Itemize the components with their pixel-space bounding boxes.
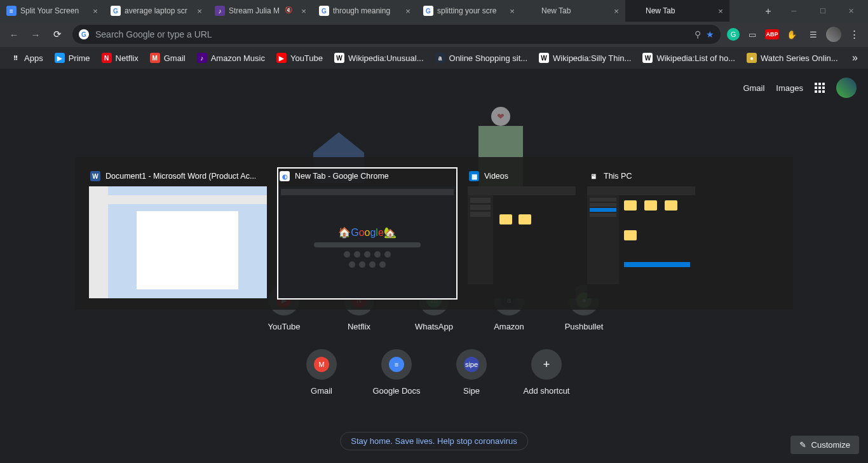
bookmark-item[interactable]: ♪Amazon Music <box>192 50 270 66</box>
bookmark-label: Gmail <box>164 53 186 63</box>
shortcut-label: Amazon <box>494 322 524 331</box>
bookmark-icon: ● <box>747 53 757 63</box>
alt-tab-overlay: WDocument1 - Microsoft Word (Product Ac.… <box>75 157 793 310</box>
account-avatar[interactable] <box>836 78 857 98</box>
images-link[interactable]: Images <box>776 83 803 93</box>
menu-button[interactable]: ⋮ <box>845 25 863 43</box>
grammarly-extension-icon[interactable]: G <box>727 28 740 41</box>
bookmark-icon: N <box>102 53 112 63</box>
shortcut-label: Netflix <box>348 322 370 331</box>
abp-extension-icon[interactable]: ABP <box>765 29 779 39</box>
bookmark-icon: ▶ <box>55 53 65 63</box>
shortcut-icon: sipe <box>456 349 487 380</box>
tab-favicon <box>632 6 642 16</box>
close-tab-button[interactable]: × <box>715 6 726 16</box>
reading-list-icon[interactable]: ☰ <box>804 25 822 43</box>
extension-icon[interactable]: ✋ <box>783 25 801 43</box>
close-window-button[interactable]: ✕ <box>837 1 865 20</box>
tab-favicon: G <box>111 6 121 16</box>
alttab-thumbnail <box>587 186 695 298</box>
bookmark-icon: W <box>642 53 653 63</box>
shortcut-label: Gmail <box>311 386 332 396</box>
browser-tabs: ≡Split Your Screen×Gaverage laptop scr×♪… <box>0 0 757 22</box>
bookmark-icon: W <box>539 53 549 63</box>
bookmark-icon: ♪ <box>197 53 207 63</box>
shortcut-icon: M <box>306 349 337 380</box>
bookmark-item[interactable]: ▶Prime <box>50 50 95 66</box>
shortcut-icon: ≡ <box>381 349 412 380</box>
forward-button[interactable]: → <box>27 25 44 43</box>
bookmark-label: Online Shopping sit... <box>449 53 528 63</box>
close-tab-button[interactable]: × <box>90 6 100 16</box>
browser-tab[interactable]: Gthrough meaning× <box>313 0 417 22</box>
omnibox[interactable]: G Search Google or type a URL ⚲ ★ <box>72 25 721 44</box>
search-icon[interactable]: ⚲ <box>695 29 701 39</box>
profile-avatar[interactable] <box>826 27 841 42</box>
bookmark-item[interactable]: aOnline Shopping sit... <box>430 50 533 66</box>
customize-button[interactable]: ✎ Customize <box>790 436 859 454</box>
close-tab-button[interactable]: × <box>194 6 205 16</box>
omnibox-placeholder: Search Google or type a URL <box>95 29 695 39</box>
bookmark-item[interactable]: MGmail <box>145 50 191 66</box>
bookmark-item[interactable]: ●Watch Series Onlin... <box>742 50 843 66</box>
bookmark-star-icon[interactable]: ★ <box>706 29 714 39</box>
ntp-shortcut[interactable]: ≡Google Docs <box>369 349 424 396</box>
google-apps-icon[interactable] <box>815 83 825 93</box>
bookmark-item[interactable]: ⠿Apps <box>5 50 48 66</box>
tab-title: New Tab <box>646 6 713 15</box>
alttab-window[interactable]: ◐New Tab - Google Chrome🏠Google🏡 <box>278 169 456 298</box>
bookmark-icon: M <box>150 53 160 63</box>
shortcut-label: Add shortcut <box>524 386 570 396</box>
shortcut-icon: + <box>531 349 562 380</box>
ntp-shortcut[interactable]: sipeSipe <box>444 349 499 396</box>
ntp-shortcut[interactable]: MGmail <box>294 349 349 396</box>
audio-muted-icon[interactable]: 🔇 <box>285 6 294 15</box>
alttab-window[interactable]: WDocument1 - Microsoft Word (Product Ac.… <box>89 169 267 298</box>
bookmark-item[interactable]: ▶YouTube <box>271 50 328 66</box>
google-icon: G <box>79 29 89 39</box>
close-tab-button[interactable]: × <box>403 6 413 16</box>
bookmark-label: YouTube <box>290 53 323 63</box>
bookmark-label: Apps <box>24 53 43 63</box>
browser-tab[interactable]: New Tab× <box>521 0 625 22</box>
bookmark-item[interactable]: WWikipedia:Silly Thin... <box>534 50 636 66</box>
bookmark-icon: ▶ <box>276 53 287 63</box>
maximize-button[interactable]: ☐ <box>808 1 837 20</box>
browser-tab[interactable]: ♪Stream Julia M🔇× <box>208 0 313 22</box>
reader-extension-icon[interactable]: ▭ <box>743 25 761 43</box>
tab-favicon: G <box>423 6 433 16</box>
bookmarks-bar: ⠿Apps▶PrimeNNetflixMGmail♪Amazon Music▶Y… <box>0 47 868 69</box>
ntp-shortcut[interactable]: +Add shortcut <box>519 349 574 396</box>
alttab-window-title: Videos <box>484 172 508 181</box>
reload-button[interactable]: ⟳ <box>48 25 66 43</box>
alttab-window-header: ◐New Tab - Google Chrome <box>278 169 456 186</box>
close-tab-button[interactable]: × <box>299 6 309 16</box>
new-tab-button[interactable]: + <box>759 3 777 20</box>
back-button[interactable]: ← <box>5 25 23 43</box>
close-tab-button[interactable]: × <box>611 6 621 16</box>
bookmark-icon: ⠿ <box>10 53 20 63</box>
browser-tab[interactable]: Gsplitting your scre× <box>417 0 521 22</box>
browser-toolbar: ← → ⟳ G Search Google or type a URL ⚲ ★ … <box>0 22 868 47</box>
bookmarks-overflow-button[interactable]: » <box>847 50 863 66</box>
alttab-window-icon: 🖥 <box>588 171 599 181</box>
close-tab-button[interactable]: × <box>507 6 517 16</box>
gmail-link[interactable]: Gmail <box>743 83 764 93</box>
tab-title: average laptop scr <box>125 6 192 15</box>
browser-tab[interactable]: Gaverage laptop scr× <box>104 0 208 22</box>
alttab-window-header: ▦Videos <box>468 169 576 186</box>
bookmark-icon: W <box>334 53 344 63</box>
bookmark-item[interactable]: NNetflix <box>97 50 144 66</box>
alttab-thumbnail: 🏠Google🏡 <box>278 186 456 298</box>
minimize-button[interactable]: ─ <box>780 1 808 20</box>
alttab-window[interactable]: ▦Videos <box>468 169 576 298</box>
shortcut-label: YouTube <box>268 322 300 331</box>
bookmark-item[interactable]: WWikipedia:Unusual... <box>329 50 429 66</box>
bookmark-item[interactable]: WWikipedia:List of ho... <box>637 50 740 66</box>
alttab-window[interactable]: 🖥This PC <box>587 169 695 298</box>
browser-tab[interactable]: ≡Split Your Screen× <box>0 0 104 22</box>
tab-title: through meaning <box>333 6 400 15</box>
covid-banner[interactable]: Stay home. Save lives. Help stop coronav… <box>340 432 528 450</box>
browser-tab[interactable]: New Tab× <box>625 0 729 22</box>
window-titlebar: ≡Split Your Screen×Gaverage laptop scr×♪… <box>0 0 868 22</box>
